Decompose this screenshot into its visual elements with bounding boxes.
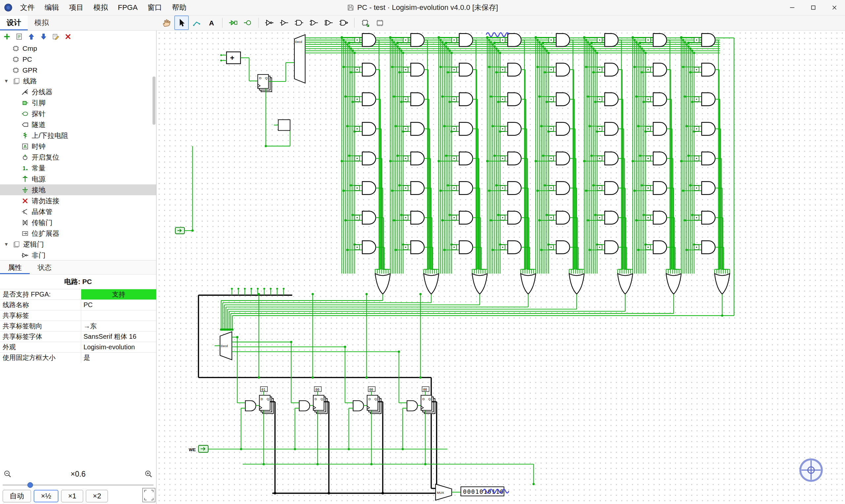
tree-item-18[interactable]: ▾逻辑门 — [0, 239, 156, 250]
and-gate[interactable] — [459, 211, 473, 224]
add-subcircuit-tool-button[interactable] — [358, 16, 372, 30]
or-gate[interactable] — [375, 274, 390, 294]
menu-item-0[interactable]: 文件 — [15, 0, 40, 15]
and-gate[interactable] — [411, 152, 424, 165]
and-gate[interactable] — [353, 401, 364, 411]
and-gate[interactable] — [459, 241, 473, 254]
and-gate[interactable] — [556, 122, 570, 135]
tree-item-11[interactable]: 1常量 — [0, 163, 156, 174]
and-gate[interactable] — [605, 63, 618, 76]
add-circuit-button[interactable] — [2, 32, 12, 41]
and-gate[interactable] — [653, 241, 667, 254]
and-gate[interactable] — [653, 152, 667, 165]
and-gate[interactable] — [508, 93, 521, 106]
subcircuit-appearance-tool-button[interactable] — [373, 16, 387, 30]
and-gate[interactable] — [411, 34, 424, 47]
zoom-slider-track[interactable] — [3, 485, 154, 486]
and-gate[interactable] — [508, 34, 521, 47]
minimize-button[interactable] — [781, 0, 803, 15]
and-gate[interactable] — [702, 34, 715, 47]
and-gate[interactable] — [459, 93, 473, 106]
tree-item-17[interactable]: 位扩展器 — [0, 228, 156, 239]
and-gate[interactable] — [605, 152, 618, 165]
and-gate[interactable] — [653, 34, 667, 47]
rename-circuit-button[interactable] — [51, 32, 61, 41]
and-gate[interactable] — [411, 93, 424, 106]
property-value[interactable]: Logisim-evolution — [81, 342, 156, 352]
tree-item-13[interactable]: 接地 — [0, 184, 156, 195]
and-gate[interactable] — [702, 211, 715, 224]
and-gate[interactable] — [363, 182, 376, 195]
menu-item-5[interactable]: 窗口 — [143, 0, 167, 15]
wiring-tool-button[interactable] — [190, 16, 204, 30]
remove-circuit-button[interactable] — [63, 32, 73, 41]
and-gate[interactable] — [605, 122, 618, 135]
and-gate[interactable] — [411, 122, 424, 135]
or-gate[interactable] — [715, 274, 730, 294]
tree-item-12[interactable]: 电源 — [0, 174, 156, 184]
tree-item-9[interactable]: 时钟 — [0, 141, 156, 152]
property-value[interactable]: 支持 — [81, 289, 156, 300]
and-gate[interactable] — [363, 63, 376, 76]
zoom-slider[interactable] — [3, 482, 154, 487]
tree-item-16[interactable]: 传输门 — [0, 217, 156, 228]
or-gate-tool-button[interactable] — [307, 16, 321, 30]
and-gate[interactable] — [702, 182, 715, 195]
and-gate[interactable] — [411, 211, 424, 224]
property-value[interactable] — [81, 310, 156, 321]
and-gate[interactable] — [605, 34, 618, 47]
menu-item-6[interactable]: 帮助 — [167, 0, 191, 15]
output-pin-tool-button[interactable] — [241, 16, 255, 30]
and-gate[interactable] — [556, 152, 570, 165]
and-gate[interactable] — [508, 63, 521, 76]
zoom-out-icon[interactable] — [3, 470, 12, 478]
tree-item-19[interactable]: 非门 — [0, 250, 156, 260]
and-gate-tool-button[interactable] — [292, 16, 306, 30]
and-gate[interactable] — [459, 122, 473, 135]
and-gate[interactable] — [653, 122, 667, 135]
and-gate[interactable] — [605, 211, 618, 224]
and-gate[interactable] — [363, 241, 376, 254]
or-gate[interactable] — [666, 274, 681, 294]
menu-item-2[interactable]: 项目 — [64, 0, 88, 15]
and-gate[interactable] — [556, 182, 570, 195]
and-gate[interactable] — [363, 211, 376, 224]
and-gate[interactable] — [653, 93, 667, 106]
property-value[interactable]: PC — [81, 300, 156, 310]
tree-item-10[interactable]: 开启复位 — [0, 152, 156, 163]
and-gate[interactable] — [702, 152, 715, 165]
and-gate[interactable] — [508, 122, 521, 135]
and-gate[interactable] — [245, 401, 256, 411]
and-gate[interactable] — [508, 241, 521, 254]
and-gate[interactable] — [702, 241, 715, 254]
and-gate[interactable] — [459, 34, 473, 47]
and-gate[interactable] — [411, 182, 424, 195]
and-gate[interactable] — [556, 93, 570, 106]
menu-item-4[interactable]: FPGA — [113, 0, 143, 15]
and-gate[interactable] — [363, 93, 376, 106]
expand-arrow-icon[interactable]: ▾ — [3, 77, 10, 85]
and-gate[interactable] — [556, 211, 570, 224]
zoom-button-×1[interactable]: ×1 — [61, 490, 83, 502]
tree-item-8[interactable]: 上/下拉电阻 — [0, 130, 156, 141]
and-gate[interactable] — [556, 63, 570, 76]
or-gate[interactable] — [569, 274, 584, 294]
tree-item-2[interactable]: GPR — [0, 65, 156, 75]
poke-tool-button[interactable] — [159, 16, 173, 30]
move-circuit-up-button[interactable] — [27, 32, 36, 41]
and-gate[interactable] — [702, 122, 715, 135]
buffer-tool-button[interactable] — [277, 16, 291, 30]
and-gate[interactable] — [407, 401, 418, 411]
text-tool-button[interactable]: A — [205, 16, 218, 30]
xor-gate-tool-button[interactable] — [322, 16, 336, 30]
edit-tool-button[interactable] — [174, 16, 189, 30]
or-gate[interactable] — [521, 274, 536, 294]
and-gate[interactable] — [508, 211, 521, 224]
or-gate[interactable] — [472, 274, 487, 294]
zoom-button-×2[interactable]: ×2 — [86, 490, 108, 502]
and-gate[interactable] — [605, 241, 618, 254]
and-gate[interactable] — [411, 63, 424, 76]
and-gate[interactable] — [556, 34, 570, 47]
property-value[interactable]: →东 — [81, 321, 156, 331]
property-value[interactable]: 是 — [81, 353, 156, 363]
